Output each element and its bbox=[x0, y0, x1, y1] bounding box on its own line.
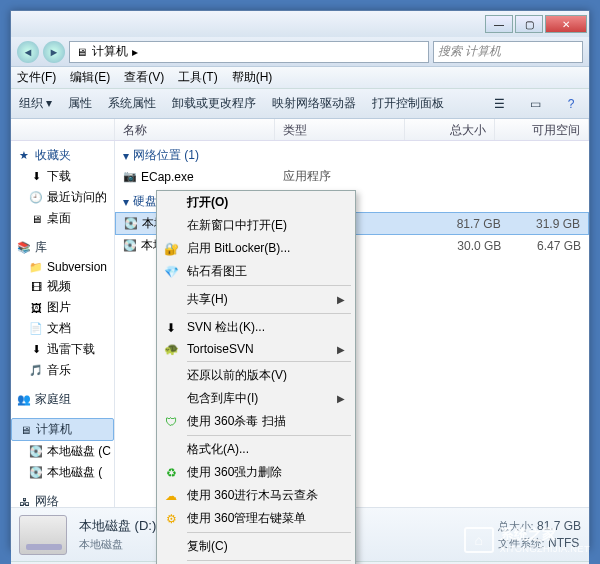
recent-icon: 🕘 bbox=[29, 191, 43, 205]
sidebar-favorites[interactable]: ★收藏夹 bbox=[11, 145, 114, 166]
ctx-open[interactable]: 打开(O) bbox=[157, 191, 355, 214]
sidebar-item-video[interactable]: 🎞视频 bbox=[11, 276, 114, 297]
sidebar-computer[interactable]: 🖥计算机 bbox=[11, 418, 114, 441]
ctx-360-trojan[interactable]: ☁使用 360进行木马云查杀 bbox=[157, 484, 355, 507]
ctx-include-library[interactable]: 包含到库中(I)▶ bbox=[157, 387, 355, 410]
chevron-down-icon: ▾ bbox=[123, 195, 129, 209]
command-bar: 组织 ▾ 属性 系统属性 卸载或更改程序 映射网络驱动器 打开控制面板 ☰ ▭ … bbox=[11, 89, 589, 119]
col-name[interactable]: 名称 bbox=[115, 119, 275, 140]
context-menu: 打开(O) 在新窗口中打开(E) 🔐启用 BitLocker(B)... 💎钻石… bbox=[156, 190, 356, 564]
svn-icon: ⬇ bbox=[163, 321, 179, 335]
details-subtitle: 本地磁盘 bbox=[79, 537, 156, 552]
watermark: ⌂ 系统之家 XITONGZHIJIA.NET bbox=[464, 526, 590, 554]
computer-icon: 🖥 bbox=[18, 423, 32, 437]
library-icon: 📚 bbox=[17, 241, 31, 255]
separator bbox=[187, 560, 351, 561]
title-bar: — ▢ ✕ bbox=[11, 11, 589, 37]
tortoise-icon: 🐢 bbox=[163, 342, 179, 356]
sidebar-homegroup[interactable]: 👥家庭组 bbox=[11, 389, 114, 410]
search-placeholder: 搜索 计算机 bbox=[438, 43, 501, 60]
details-title: 本地磁盘 (D:) bbox=[79, 517, 156, 535]
ctx-format[interactable]: 格式化(A)... bbox=[157, 438, 355, 461]
video-icon: 🎞 bbox=[29, 280, 43, 294]
maximize-button[interactable]: ▢ bbox=[515, 15, 543, 33]
download-icon: ⬇ bbox=[29, 170, 43, 184]
address-bar[interactable]: 🖥 计算机 ▸ bbox=[69, 41, 429, 63]
sidebar-network[interactable]: 🖧网络 bbox=[11, 491, 114, 507]
help-button[interactable]: ? bbox=[561, 94, 581, 114]
ctx-360-menu[interactable]: ⚙使用 360管理右键菜单 bbox=[157, 507, 355, 530]
chevron-down-icon: ▾ bbox=[123, 149, 129, 163]
sidebar-item-music[interactable]: 🎵音乐 bbox=[11, 360, 114, 381]
watermark-brand: 系统之家 bbox=[500, 526, 590, 544]
network-icon: 🖧 bbox=[17, 495, 31, 508]
col-type[interactable]: 类型 bbox=[275, 119, 405, 140]
menu-edit[interactable]: 编辑(E) bbox=[70, 69, 110, 86]
ctx-share[interactable]: 共享(H)▶ bbox=[157, 288, 355, 311]
back-button[interactable]: ◄ bbox=[17, 41, 39, 63]
watermark-logo-icon: ⌂ bbox=[464, 527, 494, 553]
column-headers: 名称 类型 总大小 可用空间 bbox=[11, 119, 589, 141]
organize-button[interactable]: 组织 ▾ bbox=[19, 95, 52, 112]
sidebar-item-desktop[interactable]: 🖥桌面 bbox=[11, 208, 114, 229]
menu-help[interactable]: 帮助(H) bbox=[232, 69, 273, 86]
drive-icon: 💽 bbox=[123, 239, 137, 253]
search-input[interactable]: 搜索 计算机 bbox=[433, 41, 583, 63]
sidebar-item-pictures[interactable]: 🖼图片 bbox=[11, 297, 114, 318]
col-free[interactable]: 可用空间 bbox=[495, 119, 589, 140]
separator bbox=[187, 435, 351, 436]
map-drive-button[interactable]: 映射网络驱动器 bbox=[272, 95, 356, 112]
music-icon: 🎵 bbox=[29, 364, 43, 378]
diamond-icon: 💎 bbox=[163, 265, 179, 279]
menu-file[interactable]: 文件(F) bbox=[17, 69, 56, 86]
close-button[interactable]: ✕ bbox=[545, 15, 587, 33]
download-icon: ⬇ bbox=[29, 343, 43, 357]
ctx-360-delete[interactable]: ♻使用 360强力删除 bbox=[157, 461, 355, 484]
star-icon: ★ bbox=[17, 149, 31, 163]
control-panel-button[interactable]: 打开控制面板 bbox=[372, 95, 444, 112]
computer-icon: 🖥 bbox=[74, 45, 88, 59]
sidebar-item-recent[interactable]: 🕘最近访问的 bbox=[11, 187, 114, 208]
ctx-copy[interactable]: 复制(C) bbox=[157, 535, 355, 558]
minimize-button[interactable]: — bbox=[485, 15, 513, 33]
menu-view[interactable]: 查看(V) bbox=[124, 69, 164, 86]
col-total[interactable]: 总大小 bbox=[405, 119, 495, 140]
gear-icon: ⚙ bbox=[163, 512, 179, 526]
list-item-ecap[interactable]: 📷ECap.exe 应用程序 bbox=[115, 166, 589, 187]
document-icon: 📄 bbox=[29, 322, 43, 336]
sidebar-item-svn[interactable]: 📁Subversion bbox=[11, 258, 114, 276]
ctx-diamond[interactable]: 💎钻石看图王 bbox=[157, 260, 355, 283]
properties-button[interactable]: 属性 bbox=[68, 95, 92, 112]
sidebar-item-docs[interactable]: 📄文档 bbox=[11, 318, 114, 339]
ctx-tortoisesvn[interactable]: 🐢TortoiseSVN▶ bbox=[157, 339, 355, 359]
address-bar-row: ◄ ► 🖥 计算机 ▸ 搜索 计算机 bbox=[11, 37, 589, 67]
watermark-url: XITONGZHIJIA.NET bbox=[500, 544, 590, 554]
drive-icon-large bbox=[19, 515, 67, 555]
ctx-previous-versions[interactable]: 还原以前的版本(V) bbox=[157, 364, 355, 387]
shield-icon: 🛡 bbox=[163, 415, 179, 429]
menu-tools[interactable]: 工具(T) bbox=[178, 69, 217, 86]
ctx-bitlocker[interactable]: 🔐启用 BitLocker(B)... bbox=[157, 237, 355, 260]
system-properties-button[interactable]: 系统属性 bbox=[108, 95, 156, 112]
picture-icon: 🖼 bbox=[29, 301, 43, 315]
separator bbox=[187, 361, 351, 362]
app-icon: 📷 bbox=[123, 170, 137, 184]
ctx-360-scan[interactable]: 🛡使用 360杀毒 扫描 bbox=[157, 410, 355, 433]
uninstall-button[interactable]: 卸载或更改程序 bbox=[172, 95, 256, 112]
sidebar-item-xunlei[interactable]: ⬇迅雷下载 bbox=[11, 339, 114, 360]
sidebar-item-downloads[interactable]: ⬇下载 bbox=[11, 166, 114, 187]
cloud-icon: ☁ bbox=[163, 489, 179, 503]
forward-button[interactable]: ► bbox=[43, 41, 65, 63]
submenu-arrow-icon: ▶ bbox=[337, 393, 345, 404]
breadcrumb-item[interactable]: 计算机 bbox=[92, 43, 128, 60]
group-network-location[interactable]: ▾网络位置 (1) bbox=[115, 141, 589, 166]
sidebar-libraries[interactable]: 📚库 bbox=[11, 237, 114, 258]
ctx-new-window[interactable]: 在新窗口中打开(E) bbox=[157, 214, 355, 237]
preview-pane-button[interactable]: ▭ bbox=[525, 94, 545, 114]
sidebar-item-drive-c[interactable]: 💽本地磁盘 (C bbox=[11, 441, 114, 462]
sidebar-item-drive-d[interactable]: 💽本地磁盘 ( bbox=[11, 462, 114, 483]
ctx-svn-checkout[interactable]: ⬇SVN 检出(K)... bbox=[157, 316, 355, 339]
drive-icon: 💽 bbox=[29, 445, 43, 459]
view-mode-button[interactable]: ☰ bbox=[489, 94, 509, 114]
drive-icon: 💽 bbox=[29, 466, 43, 480]
